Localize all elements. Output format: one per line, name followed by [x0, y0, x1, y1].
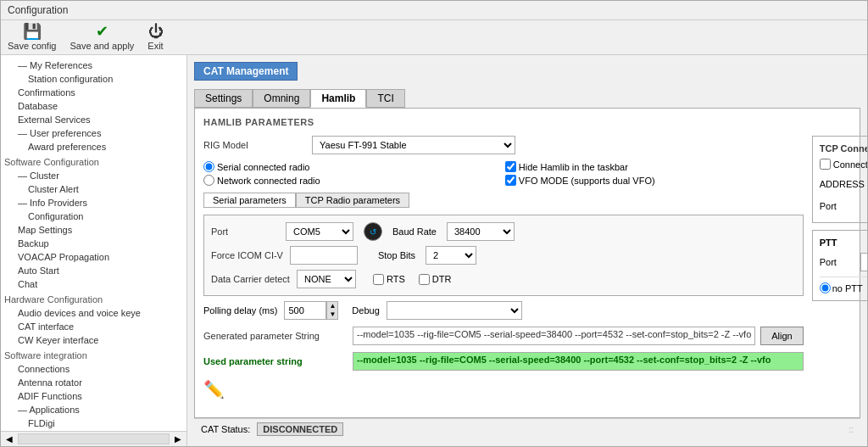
tab-tci[interactable]: TCI	[366, 89, 404, 108]
sidebar-item-my-references[interactable]: — My References	[1, 59, 186, 72]
vfo-mode-checkbox[interactable]: VFO MODE (supports dual VFO)	[505, 175, 804, 186]
sidebar-item-external-services[interactable]: External Services	[1, 113, 186, 126]
polling-input[interactable]	[284, 301, 326, 320]
refresh-button[interactable]: ↺	[364, 222, 382, 241]
force-icom-input[interactable]	[290, 246, 358, 265]
align-button[interactable]: Align	[760, 327, 803, 345]
ptt-title: PTT	[820, 237, 867, 248]
gen-param-label: Generated parameter String	[203, 331, 348, 341]
sidebar-item-cluster[interactable]: — Cluster	[1, 169, 186, 182]
network-radio[interactable]: Network connected radio	[203, 175, 502, 186]
port-select[interactable]: COM5	[286, 222, 353, 241]
tcp-address-row: ADDRESS	[820, 175, 867, 193]
sub-tab-bar: Serial parameters TCP Radio parameters	[203, 193, 804, 208]
pencil-icon: ✏️	[203, 379, 225, 400]
tab-omning[interactable]: Omning	[253, 89, 310, 108]
sidebar-item-antenna-rotator[interactable]: Antenna rotator	[1, 376, 186, 389]
exit-label: Exit	[147, 41, 163, 51]
sidebar-item-cw-keyer[interactable]: CW Keyer interface	[1, 333, 186, 347]
debug-select[interactable]	[387, 301, 522, 320]
used-param-value: --model=1035 --rig-file=COM5 --serial-sp…	[353, 352, 804, 371]
save-config-button[interactable]: 💾 Save config	[8, 24, 56, 51]
window-title: Configuration	[8, 4, 68, 16]
exit-button[interactable]: ⏻ Exit	[147, 24, 163, 51]
sidebar-item-database[interactable]: Database	[1, 99, 186, 113]
title-bar: Configuration	[1, 1, 867, 20]
save-apply-label: Save and apply	[70, 41, 134, 51]
dtr-checkbox[interactable]: DTR	[419, 274, 452, 285]
serial-radio[interactable]: Serial connected radio	[203, 161, 502, 172]
sidebar-item-configuration[interactable]: Configuration	[1, 210, 186, 223]
sidebar-item-map-settings[interactable]: Map Settings	[1, 223, 186, 237]
sub-tab-tcp[interactable]: TCP Radio parameters	[296, 193, 409, 208]
sidebar-item-cat-interface[interactable]: CAT interface	[1, 320, 186, 333]
tcp-address-label: ADDRESS	[820, 179, 867, 189]
ptt-no-ptt-radio[interactable]: no PTT	[820, 282, 863, 293]
polling-label: Polling delay (ms)	[203, 305, 277, 316]
ptt-section: PTT Port ↺ no PTT	[812, 230, 867, 301]
rts-checkbox[interactable]: RTS	[373, 274, 405, 285]
sidebar-item-auto-start[interactable]: Auto Start	[1, 264, 186, 277]
sidebar-item-applications[interactable]: — Applications	[1, 403, 186, 416]
sidebar-item-connections[interactable]: Connections	[1, 362, 186, 376]
sidebar-item-station-config[interactable]: Station configuration	[1, 72, 186, 86]
ptt-port-select[interactable]	[860, 253, 867, 271]
tcp-title: TCP Connection	[820, 143, 867, 154]
toolbar: 💾 Save config ✔ Save and apply ⏻ Exit	[1, 20, 867, 55]
sidebar: — My References Station configuration Co…	[1, 55, 186, 431]
sidebar-scroll-right[interactable]: ▶	[170, 432, 186, 446]
sidebar-item-cluster-alert[interactable]: Cluster Alert	[1, 182, 186, 196]
sidebar-item-chat[interactable]: Chat	[1, 277, 186, 291]
rig-model-select[interactable]: Yaesu FT-991 Stable	[312, 136, 515, 154]
polling-row: Polling delay (ms) ▲ ▼ Debug	[203, 301, 804, 320]
gen-param-value: --model=1035 --rig-file=COM5 --serial-sp…	[353, 327, 755, 345]
sub-tab-serial[interactable]: Serial parameters	[203, 193, 296, 208]
sidebar-item-award-preferences[interactable]: Award preferences	[1, 140, 186, 154]
sidebar-section-software-config: Software Configuration	[1, 154, 186, 169]
sidebar-item-info-providers[interactable]: — Info Providers	[1, 196, 186, 210]
port-baud-row: Port COM5 ↺ Baud Rate 38400	[211, 222, 796, 241]
cat-status-label: CAT Status:	[201, 424, 250, 434]
stop-bits-select[interactable]: 2	[426, 246, 476, 265]
data-carrier-select[interactable]: NONE	[297, 270, 356, 288]
baud-label: Baud Rate	[392, 226, 437, 237]
left-column: RIG Model Yaesu FT-991 Stable Serial con…	[203, 136, 804, 400]
tcp-port-label: Port	[820, 201, 867, 211]
sidebar-scroll-left[interactable]: ◀	[1, 432, 18, 446]
serial-params-panel: Port COM5 ↺ Baud Rate 38400	[203, 215, 804, 296]
exit-icon: ⏻	[148, 24, 164, 39]
sidebar-item-voacap[interactable]: VOACAP Propagation	[1, 250, 186, 264]
ptt-port-label: Port	[820, 257, 854, 267]
baud-select[interactable]: 38400	[447, 222, 515, 241]
polling-spin-down[interactable]: ▼	[327, 310, 337, 319]
content-area: CAT Management Settings Omning Hamlib TC…	[187, 55, 867, 446]
port-label: Port	[211, 226, 279, 237]
save-config-icon: 💾	[23, 24, 42, 39]
polling-spin-up[interactable]: ▲	[327, 302, 337, 310]
cat-mgmt-button[interactable]: CAT Management	[194, 62, 298, 81]
used-param-row: Used parameter string --model=1035 --rig…	[203, 352, 804, 371]
tcp-port-row: Port ▲ ▼ (default 4532)	[820, 197, 867, 215]
tcp-section: TCP Connection Connect to active HAMLIB …	[812, 136, 867, 223]
stop-bits-label: Stop Bits	[378, 250, 415, 260]
sidebar-item-fldigi[interactable]: FLDigi	[1, 416, 186, 430]
save-apply-button[interactable]: ✔ Save and apply	[70, 24, 134, 51]
sidebar-item-user-preferences[interactable]: — User preferences	[1, 126, 186, 140]
tab-settings[interactable]: Settings	[194, 89, 253, 108]
data-carrier-label: Data Carrier detect	[211, 274, 290, 284]
data-carrier-row: Data Carrier detect NONE RTS DTR	[211, 270, 796, 288]
sidebar-item-backup[interactable]: Backup	[1, 237, 186, 250]
resize-grip: ::	[849, 425, 854, 434]
used-param-label: Used parameter string	[203, 356, 348, 366]
sidebar-item-audio-devices[interactable]: Audio devices and voice keye	[1, 306, 186, 320]
force-icom-label: Force ICOM CI-V	[211, 250, 283, 260]
configuration-window: Configuration 💾 Save config ✔ Save and a…	[0, 0, 868, 447]
panel-title: HAMLIB PARAMETERS	[203, 117, 851, 127]
sidebar-item-adif-functions[interactable]: ADIF Functions	[1, 389, 186, 403]
tab-hamlib[interactable]: Hamlib	[310, 89, 366, 108]
connect-active-checkbox[interactable]: Connect to active HAMLIB instance	[820, 159, 867, 170]
sidebar-item-confirmations[interactable]: Confirmations	[1, 86, 186, 99]
debug-label: Debug	[352, 305, 379, 316]
tab-bar: Settings Omning Hamlib TCI	[194, 89, 860, 108]
hide-hamlib-checkbox[interactable]: Hide Hamlib in the taskbar	[505, 161, 804, 172]
